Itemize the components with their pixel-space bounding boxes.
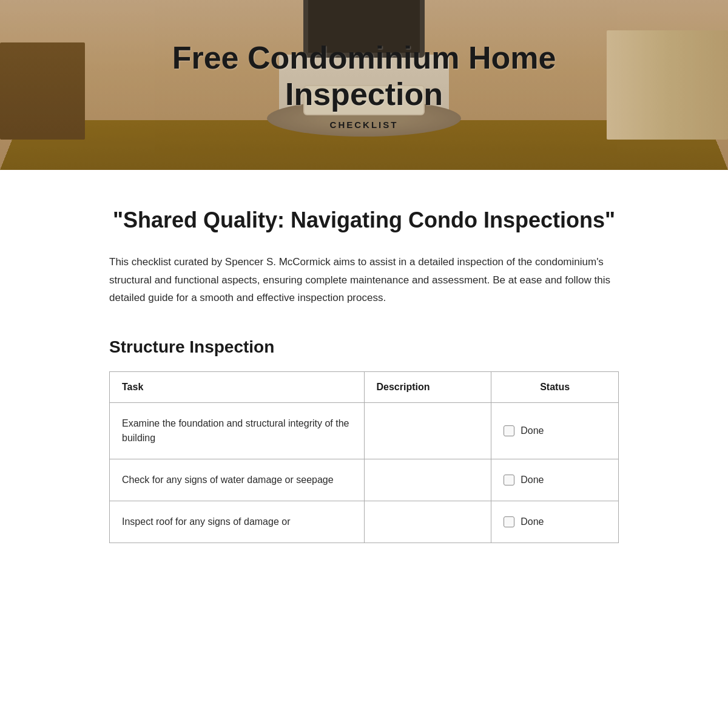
- task-cell-2: Check for any signs of water damage or s…: [110, 459, 365, 501]
- task-cell-1: Examine the foundation and structural in…: [110, 403, 365, 459]
- checkbox-icon-3[interactable]: [504, 516, 514, 527]
- desc-cell-1: [364, 403, 491, 459]
- checkbox-icon-1[interactable]: [504, 425, 514, 436]
- table-row: Check for any signs of water damage or s…: [110, 459, 619, 501]
- col-header-description: Description: [364, 372, 491, 403]
- page-heading: "Shared Quality: Navigating Condo Inspec…: [109, 206, 619, 235]
- checkbox-icon-2[interactable]: [504, 475, 514, 485]
- status-cell-3: Done: [491, 501, 619, 543]
- desc-cell-3: [364, 501, 491, 543]
- desc-cell-2: [364, 459, 491, 501]
- status-cell-1: Done: [491, 403, 619, 459]
- hero-title: Free Condominium Home Inspection: [152, 40, 576, 113]
- hero-section: Free Condominium Home Inspection CHECKLI…: [0, 0, 728, 170]
- done-label-1: Done: [521, 424, 544, 438]
- main-content: "Shared Quality: Navigating Condo Inspec…: [61, 170, 667, 580]
- col-header-task: Task: [110, 372, 365, 403]
- task-cell-3: Inspect roof for any signs of damage or: [110, 501, 365, 543]
- status-cell-2: Done: [491, 459, 619, 501]
- intro-paragraph: This checklist curated by Spencer S. McC…: [109, 253, 619, 307]
- done-label-3: Done: [521, 515, 544, 529]
- status-content-2: Done: [504, 473, 606, 487]
- table-row: Inspect roof for any signs of damage or …: [110, 501, 619, 543]
- section-heading: Structure Inspection: [109, 337, 619, 357]
- table-body: Examine the foundation and structural in…: [110, 403, 619, 543]
- table-header: Task Description Status: [110, 372, 619, 403]
- status-content-3: Done: [504, 515, 606, 529]
- checklist-table: Task Description Status Examine the foun…: [109, 371, 619, 543]
- done-label-2: Done: [521, 473, 544, 487]
- table-header-row: Task Description Status: [110, 372, 619, 403]
- hero-content: Free Condominium Home Inspection CHECKLI…: [140, 28, 588, 143]
- table-row: Examine the foundation and structural in…: [110, 403, 619, 459]
- hero-subtitle: CHECKLIST: [152, 120, 576, 130]
- col-header-status: Status: [491, 372, 619, 403]
- status-content-1: Done: [504, 424, 606, 438]
